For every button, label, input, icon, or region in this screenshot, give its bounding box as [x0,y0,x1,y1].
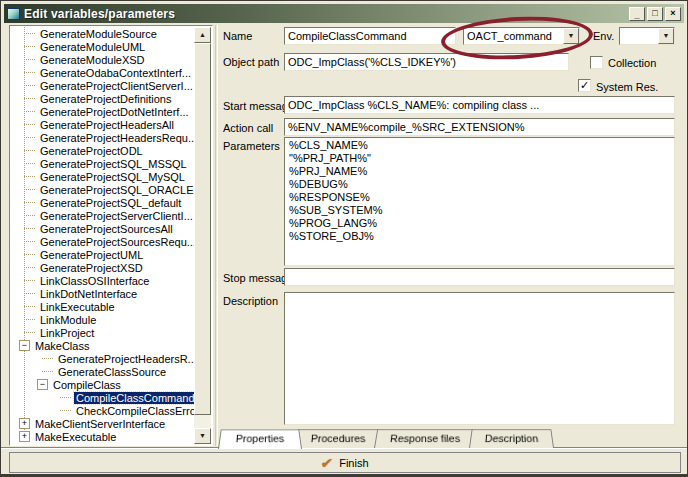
tree-connector [24,124,35,125]
tree-item-generateprojectsourcesrequ-[interactable]: GenerateProjectSourcesRequ... [11,235,194,248]
tree-item-generateprojectheadersrequ-[interactable]: GenerateProjectHeadersRequ... [11,131,194,144]
tree-item-generateprojectsourcesall[interactable]: GenerateProjectSourcesAll [11,222,194,235]
tree-item-label: CompileClassCommand [74,392,194,404]
tree-item-generateprojectsql-mysql[interactable]: GenerateProjectSQL_MySQL [11,170,194,183]
name-input[interactable] [284,27,456,45]
tree-item-generateprojectuml[interactable]: GenerateProjectUML [11,248,194,261]
parameters-textarea[interactable]: %CLS_NAME% "%PRJ_PATH%" %PRJ_NAME% %DEBU… [284,137,675,266]
tree-connector [24,150,35,151]
tree-item-generateprojectsql-mssql[interactable]: GenerateProjectSQL_MSSQL [11,157,194,170]
collection-checkbox[interactable] [590,56,603,69]
maximize-icon: □ [652,8,657,18]
maximize-button[interactable]: □ [647,7,663,21]
tree-item-label: GenerateProjectODL [38,145,145,157]
tree-scrollbar[interactable]: ▲ ▼ [194,27,211,444]
tree-item-label: GenerateProjectClientServerI... [38,80,194,92]
tree-item-generateprojectdotnetinterf-[interactable]: GenerateProjectDotNetInterf... [11,105,194,118]
system-res-checkbox[interactable]: ✓ [578,79,591,92]
tree-item-linkexecutable[interactable]: LinkExecutable [11,300,194,313]
minimize-icon: _ [634,10,639,20]
minimize-button[interactable]: _ [629,7,645,21]
tree-item-generateprojectxsd[interactable]: GenerateProjectXSD [11,261,194,274]
tree-item-makeclientserverinterface[interactable]: +MakeClientServerInterface [11,417,194,430]
tree-item-linkclassosiinterface[interactable]: LinkClassOSIInterface [11,274,194,287]
collapse-icon[interactable]: − [19,340,30,351]
window-title: Edit variables/parameters [24,7,627,21]
start-message-input[interactable] [284,96,675,114]
expand-icon[interactable]: + [19,431,30,442]
description-label: Description [223,295,278,307]
tree-item-compileclass[interactable]: −CompileClass [11,378,194,391]
tree-item-generateprojectserverclienti-[interactable]: GenerateProjectServerClientI... [11,209,194,222]
tree-item-generateodabacontextinterf-[interactable]: GenerateOdabaContextInterf... [11,66,194,79]
expand-icon[interactable]: + [19,418,30,429]
tree-item-generateprojectclientserveri-[interactable]: GenerateProjectClientServerI... [11,79,194,92]
action-call-label: Action call [223,122,273,134]
tree-connector [24,33,35,34]
tree-connector [24,306,35,307]
tree-item-label: GenerateProjectSourcesAll [38,223,175,235]
actions-tree[interactable]: GenerateModuleSourceGenerateModuleUMLGen… [11,27,194,444]
tree-item-linkmodule[interactable]: LinkModule [11,313,194,326]
tree-item-label: LinkDotNetInterface [38,288,139,300]
description-textarea[interactable] [284,292,675,425]
tree-item-label: LinkModule [38,314,98,326]
tree-item-generateprojectsql-default[interactable]: GenerateProjectSQL_default [11,196,194,209]
tree-item-label: GenerateProjectXSD [38,262,145,274]
tree-item-label: GenerateProjectUML [38,249,145,261]
scroll-up-icon[interactable]: ▲ [194,27,211,43]
tree-connector [24,98,35,99]
tree-connector [24,293,35,294]
tab-strip: Properties Procedures Response files Des… [218,428,547,448]
tab-properties[interactable]: Properties [218,429,302,449]
tree-item-label: GenerateProjectDotNetInterf... [38,106,191,118]
tree-connector [24,72,35,73]
env-combobox[interactable]: ▼ [619,27,675,45]
finish-button[interactable]: ✔ Finish [9,452,681,473]
tree-item-makeexecutable[interactable]: +MakeExecutable [11,430,194,443]
name-label: Name [223,30,252,42]
tab-response-files[interactable]: Response files [374,429,476,448]
panel-splitter[interactable] [215,25,218,446]
type-combobox[interactable]: OACT_command ▼ [463,27,580,45]
tree-item-generateprojectheadersall[interactable]: GenerateProjectHeadersAll [11,118,194,131]
tree-item-generatemoduleuml[interactable]: GenerateModuleUML [11,40,194,53]
tab-description[interactable]: Description [469,429,554,448]
tree-item-label: GenerateClassSource [56,366,168,378]
action-call-input[interactable] [284,118,675,136]
scrollbar-thumb[interactable] [194,43,211,415]
check-icon: ✔ [320,456,334,470]
tree-item-generateprojectdefinitions[interactable]: GenerateProjectDefinitions [11,92,194,105]
close-button[interactable]: × [665,7,681,21]
tree-item-checkcompileclasserror[interactable]: CheckCompileClassError [11,404,194,417]
tree-item-generateprojectodl[interactable]: GenerateProjectODL [11,144,194,157]
tree-item-label: GenerateProjectSQL_ORACLE [38,184,194,196]
tree-item-linkdotnetinterface[interactable]: LinkDotNetInterface [11,287,194,300]
tree-connector [24,59,35,60]
chevron-down-icon[interactable]: ▼ [658,28,674,44]
tree-connector [24,189,35,190]
finish-button-label: Finish [339,457,368,469]
tree-item-compileclasscommand[interactable]: CompileClassCommand [11,391,194,404]
tree-item-makemodule[interactable]: +MakeModule [11,443,194,444]
tree-item-generateprojectheadersr-[interactable]: GenerateProjectHeadersR... [11,352,194,365]
tree-item-generatemodulexsd[interactable]: GenerateModuleXSD [11,53,194,66]
stop-message-input[interactable] [284,268,675,286]
tree-item-label: MakeClass [33,340,91,352]
type-combobox-value: OACT_command [464,30,563,42]
tree-connector [24,332,35,333]
tree-item-generateclasssource[interactable]: GenerateClassSource [11,365,194,378]
tree-item-generateprojectsql-oracle[interactable]: GenerateProjectSQL_ORACLE [11,183,194,196]
tree-item-makeclass[interactable]: −MakeClass [11,339,194,352]
tree-item-generatemodulesource[interactable]: GenerateModuleSource [11,27,194,40]
object-path-input[interactable] [284,53,569,71]
collapse-icon[interactable]: − [37,379,48,390]
tab-procedures[interactable]: Procedures [295,429,381,448]
tree-item-linkproject[interactable]: LinkProject [11,326,194,339]
parameters-label: Parameters [223,140,280,152]
titlebar[interactable]: Edit variables/parameters _ □ × [4,4,684,23]
chevron-down-icon[interactable]: ▼ [563,28,579,44]
tree-item-label: GenerateProjectDefinitions [38,93,173,105]
scroll-down-icon[interactable]: ▼ [194,428,211,444]
tree-item-label: GenerateProjectSQL_default [38,197,183,209]
